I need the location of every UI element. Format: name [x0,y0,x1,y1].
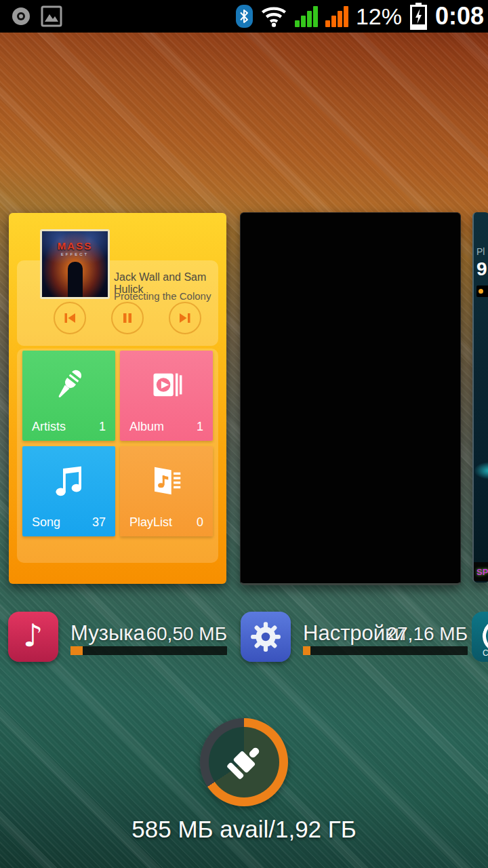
battery-icon [409,2,428,31]
pause-button [111,302,144,334]
track-label: Protecting the Colony [114,290,217,302]
recent-card-partial[interactable]: Pl 9 SP [472,212,488,583]
app-size: 60,50 МБ [146,623,227,645]
tile-label: Artists [32,420,66,434]
album-art-figure [68,262,83,297]
album-art: MASS EFFECT [40,229,110,299]
gallery-notification-icon [41,5,62,28]
clean-memory-button[interactable] [200,718,288,806]
partial-card-wave [474,462,488,479]
record-notification-icon [12,7,30,25]
partial-card-bottom-band: SP [474,562,488,581]
memory-progressbar [70,646,227,655]
battery-percent: 12% [356,3,402,30]
app-row-music: ♪ Музыка 60,50 МБ [0,608,234,665]
signal-strength-2-icon [325,5,348,27]
tile-album: Album 1 [120,351,213,441]
tile-label: Album [129,420,164,434]
partial-card-number: 9 [476,258,487,280]
partial-card-top-text: Pl [476,246,485,257]
app-row-settings: Настройки 27,16 МБ [232,608,470,665]
previous-button [54,302,86,334]
tile-artists: Artists 1 [22,351,115,441]
playlist-icon [120,456,213,506]
storage-summary: 585 МБ avail/1,92 ГБ [0,816,488,843]
album-art-subtitle: EFFECT [42,252,108,256]
album-stack-icon [120,360,213,410]
next-button [169,302,201,334]
tile-count: 0 [197,515,203,530]
tile-label: PlayList [129,515,172,530]
recent-card-music[interactable]: MASS EFFECT Jack Wall and Sam Hulick Pro… [9,213,226,584]
brush-icon [223,741,265,783]
app-size: 27,16 МБ [386,623,468,645]
tile-song: Song 37 [22,446,115,536]
recents-screen: 12% 0:08 MASS EFFECT Jack Wall and Sam H… [0,0,488,868]
recent-card-settings[interactable] [240,212,461,585]
partial-card-badge [476,285,488,297]
settings-app-icon[interactable] [241,612,291,662]
clean-button-inner [209,727,279,797]
tile-count: 1 [197,420,203,434]
tile-count: 1 [99,420,106,434]
partial-card-bottom-text: SP [474,567,488,577]
tile-count: 37 [92,515,106,530]
status-bar: 12% 0:08 [0,0,488,33]
album-art-title: MASS [42,240,108,252]
gauge-app-icon-text: C [483,648,488,658]
music-note-icon [22,456,115,506]
signal-strength-icon [295,5,318,27]
music-app-icon[interactable]: ♪ [8,612,58,662]
clock: 0:08 [435,2,484,31]
tile-label: Song [32,515,60,530]
tile-playlist: PlayList 0 [120,446,213,536]
memory-progressbar-fill [70,646,83,655]
gauge-app-icon[interactable]: C [472,612,488,662]
memory-progressbar [303,646,468,655]
bluetooth-icon [236,5,253,28]
gear-icon [249,620,283,654]
memory-progressbar-fill [303,646,310,655]
app-name: Музыка [70,621,145,646]
microphone-icon [22,360,115,410]
wifi-icon [260,5,287,28]
